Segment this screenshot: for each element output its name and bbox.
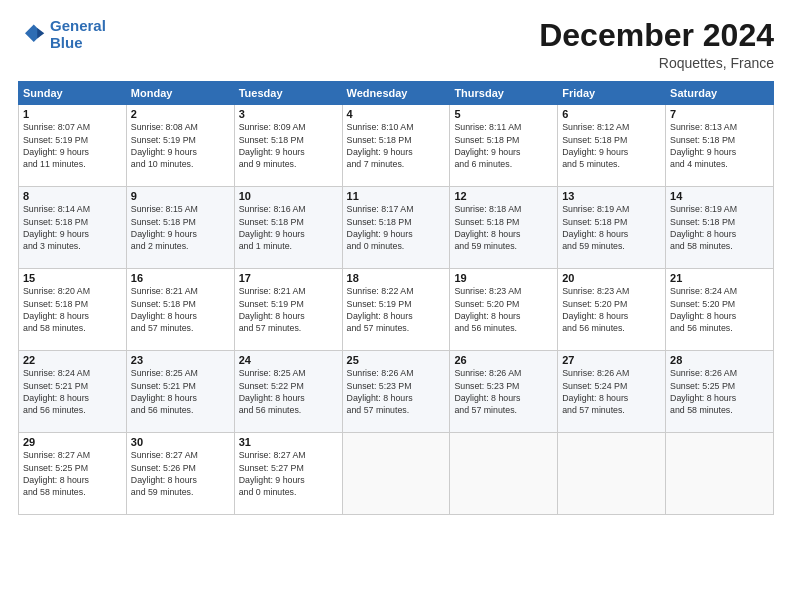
day-info: Sunrise: 8:27 AM Sunset: 5:27 PM Dayligh… <box>239 449 338 498</box>
day-info: Sunrise: 8:21 AM Sunset: 5:18 PM Dayligh… <box>131 285 230 334</box>
day-number: 18 <box>347 272 446 284</box>
day-info: Sunrise: 8:24 AM Sunset: 5:21 PM Dayligh… <box>23 367 122 416</box>
day-info: Sunrise: 8:26 AM Sunset: 5:24 PM Dayligh… <box>562 367 661 416</box>
table-row: 20Sunrise: 8:23 AM Sunset: 5:20 PM Dayli… <box>558 269 666 351</box>
day-info: Sunrise: 8:22 AM Sunset: 5:19 PM Dayligh… <box>347 285 446 334</box>
day-info: Sunrise: 8:07 AM Sunset: 5:19 PM Dayligh… <box>23 121 122 170</box>
day-number: 11 <box>347 190 446 202</box>
table-row: 6Sunrise: 8:12 AM Sunset: 5:18 PM Daylig… <box>558 105 666 187</box>
calendar-header: Sunday Monday Tuesday Wednesday Thursday… <box>19 82 774 105</box>
table-row: 19Sunrise: 8:23 AM Sunset: 5:20 PM Dayli… <box>450 269 558 351</box>
table-row: 16Sunrise: 8:21 AM Sunset: 5:18 PM Dayli… <box>126 269 234 351</box>
day-info: Sunrise: 8:16 AM Sunset: 5:18 PM Dayligh… <box>239 203 338 252</box>
table-row: 30Sunrise: 8:27 AM Sunset: 5:26 PM Dayli… <box>126 433 234 515</box>
day-info: Sunrise: 8:11 AM Sunset: 5:18 PM Dayligh… <box>454 121 553 170</box>
day-number: 23 <box>131 354 230 366</box>
day-number: 12 <box>454 190 553 202</box>
day-number: 19 <box>454 272 553 284</box>
page: General Blue December 2024 Roquettes, Fr… <box>0 0 792 612</box>
day-info: Sunrise: 8:23 AM Sunset: 5:20 PM Dayligh… <box>454 285 553 334</box>
day-info: Sunrise: 8:26 AM Sunset: 5:23 PM Dayligh… <box>347 367 446 416</box>
col-wednesday: Wednesday <box>342 82 450 105</box>
table-row <box>342 433 450 515</box>
col-friday: Friday <box>558 82 666 105</box>
day-info: Sunrise: 8:20 AM Sunset: 5:18 PM Dayligh… <box>23 285 122 334</box>
table-row: 22Sunrise: 8:24 AM Sunset: 5:21 PM Dayli… <box>19 351 127 433</box>
logo-icon <box>18 21 46 49</box>
day-number: 6 <box>562 108 661 120</box>
day-number: 26 <box>454 354 553 366</box>
day-number: 31 <box>239 436 338 448</box>
day-number: 28 <box>670 354 769 366</box>
day-number: 30 <box>131 436 230 448</box>
day-info: Sunrise: 8:26 AM Sunset: 5:25 PM Dayligh… <box>670 367 769 416</box>
location: Roquettes, France <box>539 55 774 71</box>
logo-text: General Blue <box>50 18 106 51</box>
day-number: 24 <box>239 354 338 366</box>
day-info: Sunrise: 8:18 AM Sunset: 5:18 PM Dayligh… <box>454 203 553 252</box>
day-number: 22 <box>23 354 122 366</box>
day-info: Sunrise: 8:13 AM Sunset: 5:18 PM Dayligh… <box>670 121 769 170</box>
day-number: 9 <box>131 190 230 202</box>
day-number: 21 <box>670 272 769 284</box>
table-row: 18Sunrise: 8:22 AM Sunset: 5:19 PM Dayli… <box>342 269 450 351</box>
table-row: 10Sunrise: 8:16 AM Sunset: 5:18 PM Dayli… <box>234 187 342 269</box>
table-row: 17Sunrise: 8:21 AM Sunset: 5:19 PM Dayli… <box>234 269 342 351</box>
day-number: 1 <box>23 108 122 120</box>
table-row: 2Sunrise: 8:08 AM Sunset: 5:19 PM Daylig… <box>126 105 234 187</box>
day-info: Sunrise: 8:12 AM Sunset: 5:18 PM Dayligh… <box>562 121 661 170</box>
col-monday: Monday <box>126 82 234 105</box>
calendar: Sunday Monday Tuesday Wednesday Thursday… <box>18 81 774 515</box>
table-row: 7Sunrise: 8:13 AM Sunset: 5:18 PM Daylig… <box>666 105 774 187</box>
day-info: Sunrise: 8:23 AM Sunset: 5:20 PM Dayligh… <box>562 285 661 334</box>
day-number: 25 <box>347 354 446 366</box>
day-number: 3 <box>239 108 338 120</box>
table-row: 8Sunrise: 8:14 AM Sunset: 5:18 PM Daylig… <box>19 187 127 269</box>
col-saturday: Saturday <box>666 82 774 105</box>
day-number: 14 <box>670 190 769 202</box>
day-info: Sunrise: 8:25 AM Sunset: 5:22 PM Dayligh… <box>239 367 338 416</box>
table-row: 13Sunrise: 8:19 AM Sunset: 5:18 PM Dayli… <box>558 187 666 269</box>
logo: General Blue <box>18 18 106 51</box>
day-info: Sunrise: 8:15 AM Sunset: 5:18 PM Dayligh… <box>131 203 230 252</box>
day-number: 4 <box>347 108 446 120</box>
day-info: Sunrise: 8:26 AM Sunset: 5:23 PM Dayligh… <box>454 367 553 416</box>
day-info: Sunrise: 8:14 AM Sunset: 5:18 PM Dayligh… <box>23 203 122 252</box>
day-info: Sunrise: 8:19 AM Sunset: 5:18 PM Dayligh… <box>670 203 769 252</box>
col-tuesday: Tuesday <box>234 82 342 105</box>
day-number: 15 <box>23 272 122 284</box>
table-row: 4Sunrise: 8:10 AM Sunset: 5:18 PM Daylig… <box>342 105 450 187</box>
table-row: 28Sunrise: 8:26 AM Sunset: 5:25 PM Dayli… <box>666 351 774 433</box>
table-row <box>666 433 774 515</box>
day-number: 20 <box>562 272 661 284</box>
logo-blue: Blue <box>50 34 83 51</box>
table-row: 23Sunrise: 8:25 AM Sunset: 5:21 PM Dayli… <box>126 351 234 433</box>
day-number: 17 <box>239 272 338 284</box>
header: General Blue December 2024 Roquettes, Fr… <box>18 18 774 71</box>
day-info: Sunrise: 8:27 AM Sunset: 5:25 PM Dayligh… <box>23 449 122 498</box>
logo-general: General <box>50 17 106 34</box>
title-block: December 2024 Roquettes, France <box>539 18 774 71</box>
table-row: 15Sunrise: 8:20 AM Sunset: 5:18 PM Dayli… <box>19 269 127 351</box>
day-number: 13 <box>562 190 661 202</box>
col-thursday: Thursday <box>450 82 558 105</box>
table-row: 9Sunrise: 8:15 AM Sunset: 5:18 PM Daylig… <box>126 187 234 269</box>
table-row: 3Sunrise: 8:09 AM Sunset: 5:18 PM Daylig… <box>234 105 342 187</box>
header-row: Sunday Monday Tuesday Wednesday Thursday… <box>19 82 774 105</box>
table-row: 5Sunrise: 8:11 AM Sunset: 5:18 PM Daylig… <box>450 105 558 187</box>
day-info: Sunrise: 8:24 AM Sunset: 5:20 PM Dayligh… <box>670 285 769 334</box>
day-number: 27 <box>562 354 661 366</box>
table-row: 1Sunrise: 8:07 AM Sunset: 5:19 PM Daylig… <box>19 105 127 187</box>
day-info: Sunrise: 8:27 AM Sunset: 5:26 PM Dayligh… <box>131 449 230 498</box>
day-number: 10 <box>239 190 338 202</box>
svg-marker-1 <box>37 28 44 39</box>
day-number: 8 <box>23 190 122 202</box>
table-row: 29Sunrise: 8:27 AM Sunset: 5:25 PM Dayli… <box>19 433 127 515</box>
day-info: Sunrise: 8:21 AM Sunset: 5:19 PM Dayligh… <box>239 285 338 334</box>
day-number: 2 <box>131 108 230 120</box>
day-number: 16 <box>131 272 230 284</box>
col-sunday: Sunday <box>19 82 127 105</box>
table-row: 12Sunrise: 8:18 AM Sunset: 5:18 PM Dayli… <box>450 187 558 269</box>
day-info: Sunrise: 8:10 AM Sunset: 5:18 PM Dayligh… <box>347 121 446 170</box>
day-number: 29 <box>23 436 122 448</box>
